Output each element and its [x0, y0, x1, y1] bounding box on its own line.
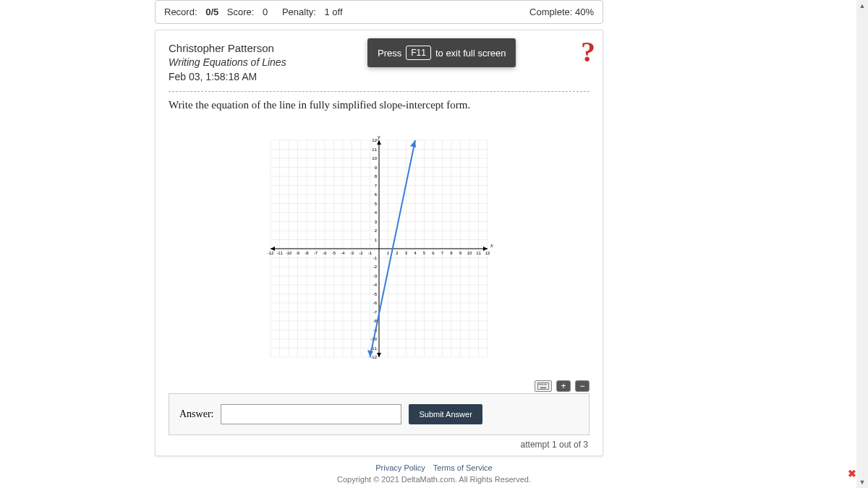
svg-rect-113 [544, 384, 545, 385]
keyboard-icon[interactable] [535, 380, 552, 392]
svg-text:8: 8 [450, 251, 453, 255]
svg-rect-115 [540, 388, 546, 389]
svg-text:x: x [490, 242, 493, 249]
svg-text:7: 7 [441, 251, 444, 255]
svg-text:12: 12 [372, 138, 377, 142]
svg-marker-54 [377, 140, 381, 145]
close-icon[interactable]: ✖ [848, 468, 856, 479]
svg-text:-12: -12 [370, 355, 377, 359]
press-text: Press [378, 48, 401, 59]
complete-label: Complete: 40% [529, 7, 594, 17]
svg-text:2: 2 [396, 251, 399, 255]
svg-text:-10: -10 [286, 251, 292, 255]
question-text: Write the equation of the line in fully … [169, 99, 590, 111]
svg-rect-112 [542, 384, 543, 385]
copyright-text: Copyright © 2021 DeltaMath.com. All Righ… [0, 475, 868, 484]
exit-text: to exit full screen [435, 48, 506, 59]
svg-text:-5: -5 [373, 292, 378, 296]
score-label: Score: 0 [227, 7, 273, 17]
svg-text:-8: -8 [305, 251, 309, 255]
svg-text:6: 6 [432, 251, 435, 255]
svg-marker-107 [410, 140, 416, 147]
scroll-up-icon[interactable]: ▲ [856, 0, 868, 12]
svg-text:-4: -4 [341, 251, 345, 255]
fullscreen-toast: Press F11 to exit full screen [367, 38, 516, 67]
zoom-in-button[interactable]: + [556, 380, 571, 392]
svg-text:-4: -4 [373, 283, 378, 287]
help-icon[interactable]: ? [581, 35, 595, 69]
svg-text:-7: -7 [314, 251, 318, 255]
answer-label: Answer: [179, 408, 213, 420]
coordinate-graph[interactable]: x y -12-12-11-11-10-10-9-9-8-8-7-7-6-6-5… [263, 133, 495, 364]
svg-text:-5: -5 [332, 251, 336, 255]
vertical-scrollbar[interactable]: ▲ ▼ [856, 0, 868, 488]
answer-row: Answer: Submit Answer [169, 393, 590, 435]
status-bar: Record: 0/5 Score: 0 Penalty: 1 off Comp… [155, 0, 603, 24]
penalty-label: Penalty: 1 off [282, 7, 349, 17]
svg-rect-111 [540, 384, 542, 385]
svg-text:4: 4 [414, 251, 417, 255]
svg-text:3: 3 [405, 251, 408, 255]
svg-text:-12: -12 [268, 251, 274, 255]
svg-text:-1: -1 [373, 256, 378, 260]
svg-text:-9: -9 [296, 251, 300, 255]
svg-text:5: 5 [423, 251, 426, 255]
graph-container: x y -12-12-11-11-10-10-9-9-8-8-7-7-6-6-5… [169, 133, 590, 364]
timestamp: Feb 03, 1:58:18 AM [169, 70, 590, 85]
scroll-down-icon[interactable]: ▼ [856, 476, 868, 488]
record-label: Record: 0/5 [164, 7, 218, 17]
svg-text:-7: -7 [373, 310, 378, 314]
svg-text:10: 10 [467, 251, 472, 255]
f11-key-badge: F11 [406, 46, 431, 60]
svg-text:-3: -3 [350, 251, 354, 255]
privacy-link[interactable]: Privacy Policy [375, 463, 425, 472]
answer-input[interactable] [221, 404, 401, 424]
svg-text:-2: -2 [359, 251, 363, 255]
svg-marker-55 [377, 353, 381, 357]
svg-text:-11: -11 [276, 251, 283, 255]
svg-text:11: 11 [372, 147, 377, 152]
svg-rect-114 [545, 384, 547, 385]
terms-link[interactable]: Terms of Service [433, 463, 493, 472]
svg-text:y: y [377, 134, 380, 140]
svg-text:12: 12 [485, 251, 490, 255]
attempt-counter: attempt 1 out of 3 [169, 435, 590, 450]
svg-text:11: 11 [476, 251, 481, 255]
svg-text:-1: -1 [368, 251, 373, 255]
svg-rect-110 [539, 384, 540, 385]
svg-text:-3: -3 [373, 274, 378, 278]
submit-button[interactable]: Submit Answer [409, 404, 482, 424]
svg-text:1: 1 [387, 251, 390, 255]
svg-text:10: 10 [372, 156, 377, 160]
tools-row: + − [169, 379, 590, 393]
main-panel: Record: 0/5 Score: 0 Penalty: 1 off Comp… [155, 0, 603, 456]
svg-text:-6: -6 [373, 301, 378, 305]
svg-text:-2: -2 [373, 265, 378, 269]
footer: Privacy Policy Terms of Service Copyrigh… [0, 463, 868, 484]
svg-text:-6: -6 [323, 251, 327, 255]
separator [169, 91, 590, 92]
svg-text:9: 9 [459, 251, 462, 255]
question-panel: ? Christopher Patterson Writing Equation… [155, 30, 603, 456]
zoom-out-button[interactable]: − [575, 380, 590, 392]
